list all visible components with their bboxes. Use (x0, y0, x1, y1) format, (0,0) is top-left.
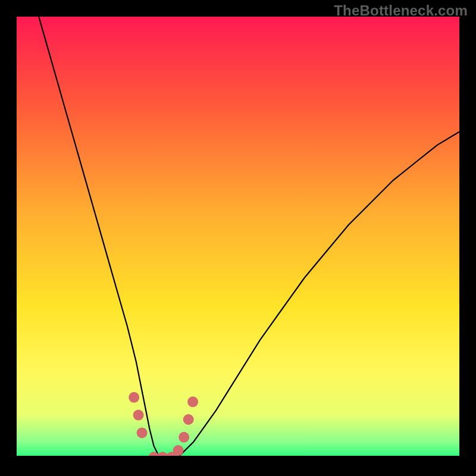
highlight-marker (133, 410, 144, 421)
highlight-marker (178, 432, 189, 443)
chart-frame: TheBottleneck.com (0, 0, 476, 476)
watermark-text: TheBottleneck.com (334, 2, 468, 19)
highlight-marker (129, 392, 139, 403)
highlight-marker (187, 396, 198, 407)
chart-svg (17, 17, 459, 459)
highlight-marker (183, 414, 194, 425)
highlight-marker (137, 427, 148, 438)
baseline-mask (17, 456, 459, 459)
highlight-marker (173, 445, 184, 456)
plot-area (17, 17, 459, 459)
gradient-background (17, 17, 459, 459)
